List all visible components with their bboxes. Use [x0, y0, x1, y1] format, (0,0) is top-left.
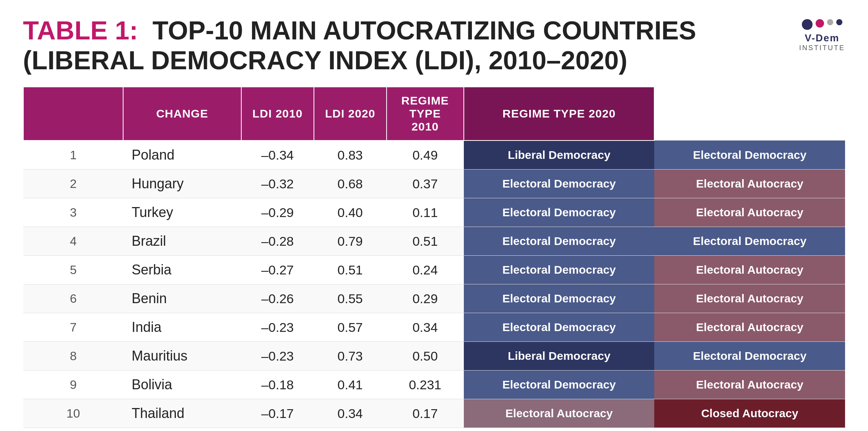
row-num: 2	[23, 170, 123, 198]
row-change: –0.26	[241, 284, 314, 313]
row-ldi2010: 0.55	[314, 284, 387, 313]
row-regime2020: Electoral Autocracy	[654, 313, 845, 342]
row-country: Turkey	[123, 198, 241, 227]
row-change: –0.28	[241, 227, 314, 256]
row-ldi2020: 0.24	[387, 256, 464, 284]
row-ldi2020: 0.50	[387, 342, 464, 371]
col-header-empty	[23, 87, 123, 140]
row-regime2010: Liberal Democracy	[464, 342, 655, 371]
row-regime2020: Electoral Autocracy	[654, 284, 845, 313]
row-ldi2020: 0.37	[387, 170, 464, 198]
logo-institute: INSTITUTE	[799, 44, 845, 52]
row-ldi2010: 0.79	[314, 227, 387, 256]
logo-block: V-Dem INSTITUTE	[799, 15, 845, 52]
table-row: 3Turkey–0.290.400.11Electoral DemocracyE…	[23, 198, 845, 227]
row-change: –0.17	[241, 399, 314, 428]
row-ldi2010: 0.83	[314, 140, 387, 170]
row-regime2010: Electoral Democracy	[464, 227, 655, 256]
row-num: 10	[23, 399, 123, 428]
row-ldi2020: 0.49	[387, 140, 464, 170]
col-header-change: CHANGE	[123, 87, 241, 140]
table-header-row: CHANGE LDI 2010 LDI 2020 REGIME TYPE 201…	[23, 87, 845, 140]
row-num: 8	[23, 342, 123, 371]
row-regime2020: Electoral Autocracy	[654, 256, 845, 284]
logo-dot-4	[836, 19, 842, 25]
row-regime2010: Electoral Autocracy	[464, 399, 655, 428]
row-regime2020: Electoral Autocracy	[654, 170, 845, 198]
row-regime2010: Electoral Democracy	[464, 371, 655, 399]
row-regime2020: Electoral Democracy	[654, 342, 845, 371]
row-regime2020: Electoral Autocracy	[654, 198, 845, 227]
col-header-regime2020: REGIME TYPE 2020	[464, 87, 655, 140]
row-ldi2020: 0.231	[387, 371, 464, 399]
table-row: 1Poland–0.340.830.49Liberal DemocracyEle…	[23, 140, 845, 170]
row-ldi2010: 0.51	[314, 256, 387, 284]
col-header-ldi2020: LDI 2020	[314, 87, 387, 140]
table-row: 8Mauritius–0.230.730.50Liberal Democracy…	[23, 342, 845, 371]
row-num: 6	[23, 284, 123, 313]
row-regime2020: Closed Autocracy	[654, 399, 845, 428]
row-num: 3	[23, 198, 123, 227]
table-row: 5Serbia–0.270.510.24Electoral DemocracyE…	[23, 256, 845, 284]
row-change: –0.27	[241, 256, 314, 284]
row-ldi2020: 0.17	[387, 399, 464, 428]
row-country: India	[123, 313, 241, 342]
row-change: –0.23	[241, 342, 314, 371]
main-table: CHANGE LDI 2010 LDI 2020 REGIME TYPE 201…	[23, 87, 845, 428]
row-change: –0.29	[241, 198, 314, 227]
row-num: 1	[23, 140, 123, 170]
title-block: TABLE 1: TOP-10 MAIN AUTOCRATIZING COUNT…	[23, 15, 696, 75]
table-row: 9Bolivia–0.180.410.231Electoral Democrac…	[23, 371, 845, 399]
row-num: 7	[23, 313, 123, 342]
logo-dot-3	[827, 19, 833, 25]
row-change: –0.23	[241, 313, 314, 342]
row-regime2010: Electoral Democracy	[464, 198, 655, 227]
logo-dots	[802, 19, 842, 30]
col-header-ldi2010: LDI 2010	[241, 87, 314, 140]
title-main: TOP-10 MAIN AUTOCRATIZING COUNTRIES	[153, 16, 696, 45]
row-change: –0.18	[241, 371, 314, 399]
table-row: 7India–0.230.570.34Electoral DemocracyEl…	[23, 313, 845, 342]
row-regime2020: Electoral Autocracy	[654, 371, 845, 399]
row-ldi2010: 0.40	[314, 198, 387, 227]
row-country: Hungary	[123, 170, 241, 198]
page-container: TABLE 1: TOP-10 MAIN AUTOCRATIZING COUNT…	[23, 15, 845, 428]
row-num: 9	[23, 371, 123, 399]
table-body: 1Poland–0.340.830.49Liberal DemocracyEle…	[23, 140, 845, 428]
row-country: Bolivia	[123, 371, 241, 399]
table-row: 6Benin–0.260.550.29Electoral DemocracyEl…	[23, 284, 845, 313]
row-regime2010: Electoral Democracy	[464, 256, 655, 284]
row-ldi2010: 0.34	[314, 399, 387, 428]
col-header-regime2010: REGIME TYPE 2010	[387, 87, 464, 140]
row-ldi2010: 0.68	[314, 170, 387, 198]
row-num: 4	[23, 227, 123, 256]
row-change: –0.32	[241, 170, 314, 198]
row-regime2010: Liberal Democracy	[464, 140, 655, 170]
table-row: 10Thailand–0.170.340.17Electoral Autocra…	[23, 399, 845, 428]
title-prefix: TABLE 1:	[23, 16, 138, 45]
row-regime2020: Electoral Democracy	[654, 227, 845, 256]
row-ldi2020: 0.29	[387, 284, 464, 313]
row-num: 5	[23, 256, 123, 284]
row-regime2020: Electoral Democracy	[654, 140, 845, 170]
row-country: Benin	[123, 284, 241, 313]
row-ldi2010: 0.41	[314, 371, 387, 399]
row-ldi2010: 0.57	[314, 313, 387, 342]
logo-name: V-Dem	[805, 32, 840, 44]
header-row: TABLE 1: TOP-10 MAIN AUTOCRATIZING COUNT…	[23, 15, 845, 75]
row-country: Thailand	[123, 399, 241, 428]
logo-dot-2	[816, 19, 824, 28]
page-title: TABLE 1: TOP-10 MAIN AUTOCRATIZING COUNT…	[23, 15, 696, 75]
table-row: 2Hungary–0.320.680.37Electoral Democracy…	[23, 170, 845, 198]
row-country: Poland	[123, 140, 241, 170]
table-row: 4Brazil–0.280.790.51Electoral DemocracyE…	[23, 227, 845, 256]
row-regime2010: Electoral Democracy	[464, 170, 655, 198]
row-country: Brazil	[123, 227, 241, 256]
row-country: Mauritius	[123, 342, 241, 371]
title-sub: (LIBERAL DEMOCRACY INDEX (LDI), 2010–202…	[23, 46, 627, 75]
row-regime2010: Electoral Democracy	[464, 313, 655, 342]
logo-dot-1	[802, 19, 813, 30]
row-regime2010: Electoral Democracy	[464, 284, 655, 313]
row-ldi2020: 0.51	[387, 227, 464, 256]
row-ldi2020: 0.11	[387, 198, 464, 227]
